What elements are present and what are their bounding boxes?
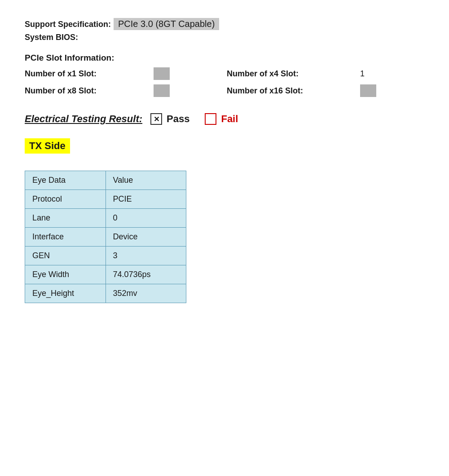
eye-table-cell: Eye Width [25, 265, 106, 284]
x16-slot-label: Number of x16 Slot: [227, 86, 351, 96]
slot-grid: Number of x1 Slot: Number of x4 Slot: 1 … [25, 67, 424, 97]
slot-section-title: PCIe Slot Information: [25, 53, 422, 63]
eye-table-row: Lane0 [25, 209, 186, 228]
eye-table-header-cell: Eye Data [25, 171, 106, 190]
tx-side-badge: TX Side [25, 138, 424, 166]
support-spec-value: PCIe 3.0 (8GT Capable) [114, 18, 219, 30]
eye-table-row: Eye_Height352mv [25, 284, 186, 303]
eye-table-row: InterfaceDevice [25, 228, 186, 247]
eye-table: Eye DataValueProtocolPCIELane0InterfaceD… [25, 171, 186, 303]
support-spec-row: Support Specification: PCIe 3.0 (8GT Cap… [25, 18, 424, 30]
x1-slot-label: Number of x1 Slot: [25, 69, 145, 79]
eye-table-row: ProtocolPCIE [25, 190, 186, 209]
eye-table-row: GEN3 [25, 247, 186, 265]
eye-table-cell: Device [106, 228, 186, 247]
x8-slot-label: Number of x8 Slot: [25, 86, 145, 96]
x8-slot-value-box [154, 84, 170, 97]
eye-table-cell: 0 [106, 209, 186, 228]
support-spec-label: Support Specification: [25, 20, 111, 29]
eye-table-cell: GEN [25, 247, 106, 265]
fail-label: Fail [221, 113, 238, 125]
system-bios-row: System BIOS: [25, 33, 424, 42]
eye-table-cell: PCIE [106, 190, 186, 209]
system-bios-label: System BIOS: [25, 33, 78, 42]
eye-table-cell: Protocol [25, 190, 106, 209]
eye-table-cell: Eye_Height [25, 284, 106, 303]
electrical-title: Electrical Testing Result: [25, 113, 142, 125]
eye-table-cell: 352mv [106, 284, 186, 303]
pass-label: Pass [167, 113, 189, 125]
eye-table-header-cell: Value [106, 171, 186, 190]
eye-table-cell: Lane [25, 209, 106, 228]
eye-table-row: Eye Width74.0736ps [25, 265, 186, 284]
x16-slot-value-box [360, 84, 376, 97]
x1-slot-value-box [154, 67, 170, 80]
electrical-section: Electrical Testing Result: Pass Fail [25, 113, 424, 125]
x4-slot-label: Number of x4 Slot: [227, 69, 351, 79]
x4-slot-value: 1 [360, 69, 424, 79]
eye-table-cell: 3 [106, 247, 186, 265]
slot-section: PCIe Slot Information: Number of x1 Slot… [25, 53, 424, 97]
pass-checkbox-area: Pass [150, 113, 197, 125]
fail-checkbox-area: Fail [205, 113, 238, 125]
pass-checkbox-icon[interactable] [150, 113, 162, 125]
tx-side-label: TX Side [25, 138, 70, 154]
eye-table-cell: 74.0736ps [106, 265, 186, 284]
fail-checkbox-icon[interactable] [205, 113, 216, 125]
eye-table-cell: Interface [25, 228, 106, 247]
